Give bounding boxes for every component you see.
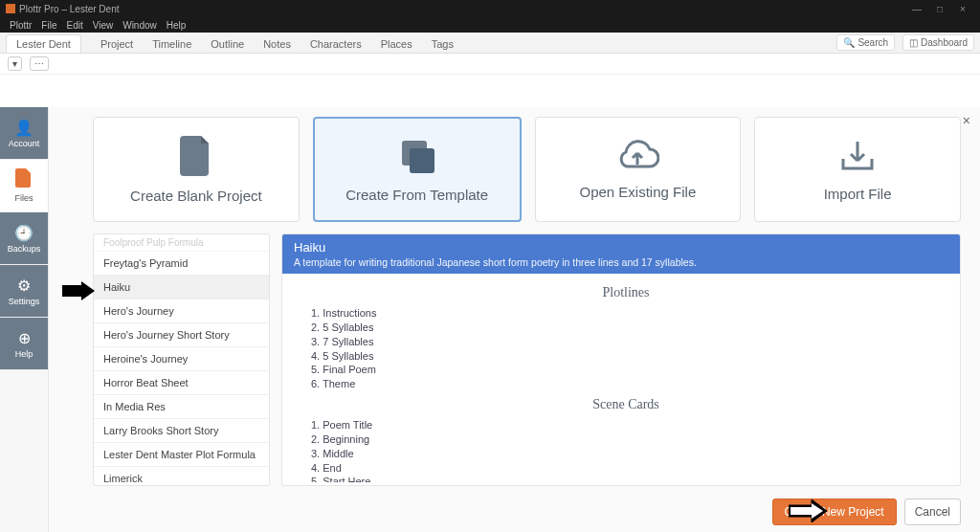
list-item: 5. Start Here [311, 475, 941, 482]
app-icon [6, 4, 15, 13]
template-icon [398, 137, 436, 179]
modal-sidebar: 👤 Account Files 🕘 Backups ⚙ Settings ⊕ H… [0, 107, 48, 532]
template-item-selected[interactable]: Haiku [94, 276, 269, 299]
template-detail-body[interactable]: Plotlines 1. Instructions 2. 5 Syllables… [282, 274, 960, 482]
nav-tab[interactable]: Characters [310, 38, 362, 50]
modal-footer: Create New Project Cancel [49, 492, 980, 532]
section-heading: Plotlines [311, 285, 941, 300]
sidebar-item-settings[interactable]: ⚙ Settings [0, 265, 48, 318]
nav-tab[interactable]: Timeline [152, 38, 191, 50]
more-button[interactable]: ⋯ [30, 56, 49, 71]
sidebar-label: Files [14, 193, 33, 203]
sidebar-item-help[interactable]: ⊕ Help [0, 318, 48, 370]
template-item[interactable]: Lester Dent Master Plot Formula [94, 443, 269, 467]
card-import-file[interactable]: Import File [754, 117, 961, 222]
template-item[interactable]: Hero's Journey [94, 299, 269, 323]
sidebar-label: Settings [9, 297, 40, 306]
list-item: 1. Poem Title [311, 418, 941, 432]
window-title: Plottr Pro – Lester Dent [19, 4, 120, 14]
blank-file-icon [180, 136, 212, 180]
project-tabs-row: Lester Dent Project Timeline Outline Not… [0, 33, 980, 54]
sidebar-item-backups[interactable]: 🕘 Backups [0, 212, 48, 265]
template-item[interactable]: Heroine's Journey [94, 347, 269, 371]
list-item: 3. Middle [311, 447, 941, 461]
search-button[interactable]: 🔍 Search [836, 34, 895, 51]
template-detail-header: Haiku A template for writing traditional… [282, 234, 960, 274]
create-new-project-button[interactable]: Create New Project [772, 499, 897, 525]
help-icon: ⊕ [18, 329, 31, 347]
list-item: 1. Instructions [311, 306, 941, 321]
menu-item[interactable]: Window [122, 20, 157, 31]
template-item[interactable]: Foolproof Pulp Formula [94, 234, 269, 252]
template-item[interactable]: Horror Beat Sheet [94, 371, 269, 395]
window-close-button[interactable]: × [951, 4, 974, 14]
filter-button[interactable]: ▾ [8, 56, 22, 71]
card-create-blank[interactable]: Create Blank Project [93, 117, 300, 222]
sidebar-item-files[interactable]: Files [0, 160, 48, 212]
title-bar: Plottr Pro – Lester Dent — □ × [0, 0, 980, 17]
list-item: 5. Final Poem [311, 363, 941, 377]
window-minimize-button[interactable]: — [905, 4, 928, 14]
annotation-arrow-icon [62, 281, 95, 300]
dashboard-button[interactable]: ◫ Dashboard [902, 34, 974, 51]
menu-item[interactable]: Plottr [10, 20, 32, 31]
template-item[interactable]: Limerick [94, 467, 269, 486]
list-item: 6. Theme [311, 377, 941, 391]
list-item: 4. 5 Syllables [311, 349, 941, 364]
import-icon [837, 138, 878, 178]
template-detail: Haiku A template for writing traditional… [281, 233, 961, 486]
card-label: Create Blank Project [130, 188, 262, 204]
sidebar-label: Account [9, 139, 40, 148]
nav-tab[interactable]: Project [100, 38, 133, 50]
file-icon [15, 168, 33, 191]
card-label: Open Existing File [580, 184, 697, 200]
template-item[interactable]: Larry Brooks Short Story [94, 419, 269, 443]
gear-icon: ⚙ [17, 277, 31, 295]
create-options-row: Create Blank Project Create From Templat… [49, 107, 980, 222]
menu-item[interactable]: View [93, 20, 114, 31]
clock-icon: 🕘 [14, 224, 33, 242]
menu-item[interactable]: Help [167, 20, 187, 31]
sidebar-label: Backups [8, 244, 41, 254]
nav-tab[interactable]: Notes [263, 38, 291, 50]
svg-rect-1 [410, 148, 434, 173]
card-create-from-template[interactable]: Create From Template [313, 117, 522, 222]
template-item[interactable]: Hero's Journey Short Story [94, 323, 269, 347]
section-heading: Scene Cards [311, 397, 941, 412]
sidebar-item-account[interactable]: 👤 Account [0, 107, 48, 160]
template-description: A template for writing traditional Japan… [294, 256, 948, 268]
list-item: 4. End [311, 461, 941, 476]
menu-item[interactable]: File [41, 20, 56, 31]
modal-main: × Create Blank Project Create From Templ… [48, 107, 980, 532]
list-item: 3. 7 Syllables [311, 335, 941, 349]
nav-tab[interactable]: Places [381, 38, 412, 50]
template-item[interactable]: In Media Res [94, 395, 269, 419]
sidebar-label: Help [15, 349, 33, 359]
window-maximize-button[interactable]: □ [928, 4, 951, 14]
toolbar-row: ▾ ⋯ [0, 54, 980, 75]
list-item: 2. Beginning [311, 432, 941, 447]
template-browser: Foolproof Pulp Formula Freytag's Pyramid… [93, 233, 961, 486]
list-item: 2. 5 Syllables [311, 321, 941, 335]
nav-tab[interactable]: Tags [432, 38, 454, 50]
template-list[interactable]: Foolproof Pulp Formula Freytag's Pyramid… [93, 233, 270, 486]
nav-tab[interactable]: Outline [211, 38, 244, 50]
template-title: Haiku [294, 240, 948, 255]
new-project-modal: 👤 Account Files 🕘 Backups ⚙ Settings ⊕ H… [0, 107, 980, 532]
card-label: Create From Template [345, 187, 488, 203]
menu-bar: Plottr File Edit View Window Help [0, 17, 980, 33]
project-tab[interactable]: Lester Dent [6, 34, 81, 53]
card-open-existing[interactable]: Open Existing File [535, 117, 742, 222]
user-icon: 👤 [14, 119, 33, 137]
menu-item[interactable]: Edit [66, 20, 82, 31]
workspace: L N 👤 Account Files 🕘 Backups ⚙ Settings [0, 75, 980, 532]
cloud-upload-icon [615, 140, 659, 176]
template-item[interactable]: Freytag's Pyramid [94, 252, 269, 276]
cancel-button[interactable]: Cancel [904, 499, 961, 525]
dashboard-label: Dashboard [921, 37, 968, 48]
card-label: Import File [824, 186, 892, 202]
close-icon[interactable]: × [963, 113, 970, 128]
search-label: Search [858, 37, 888, 48]
